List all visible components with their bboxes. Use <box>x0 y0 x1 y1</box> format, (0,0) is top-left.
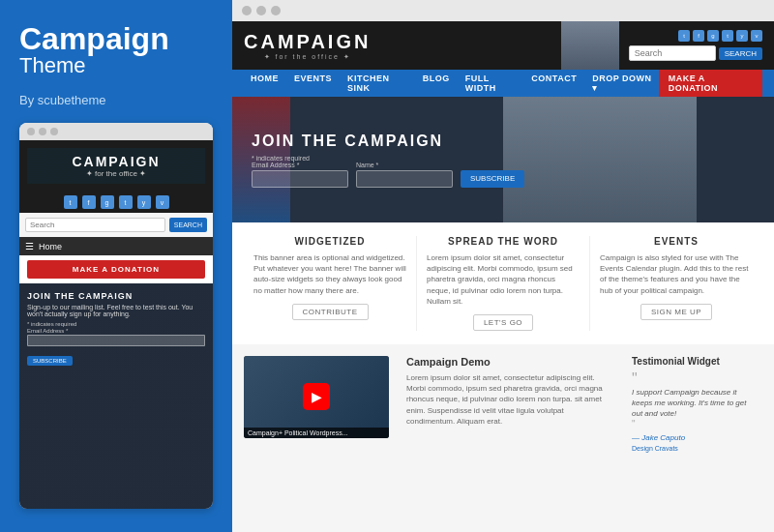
dot-3 <box>50 128 58 135</box>
desktop-logo-text: CAMPAIGN <box>244 31 371 53</box>
hero-form-note: * indicates required <box>252 155 524 162</box>
name-label: Name * <box>356 162 453 168</box>
mobile-email-input[interactable] <box>27 335 205 346</box>
mobile-donate-button[interactable]: MAKE A DONATION <box>27 260 205 279</box>
desktop-donate-button[interactable]: MAKE A DONATION <box>659 69 762 98</box>
hero-title: JOIN THE CAMPAIGN <box>252 133 524 150</box>
google-icon: g <box>101 195 114 209</box>
design-credits: Design Cravats <box>632 445 758 452</box>
feature-widgetized-title: WIDGETIZED <box>253 236 406 247</box>
mobile-logo: CAMPAIGN <box>27 154 205 169</box>
hero-form-row: Email Address * Name * SUBSCRIBE <box>252 162 524 188</box>
name-field-group: Name * <box>356 162 453 188</box>
video-block[interactable]: ▶ Campaign+ Political Wordpress... <box>244 356 389 438</box>
nav-contact[interactable]: CONTACT <box>524 70 583 97</box>
right-panel: CAMPAIGN ✦ for the office ✦ t f g t y v … <box>232 0 774 532</box>
mobile-dots-bar <box>19 123 213 140</box>
mobile-home-link[interactable]: Home <box>39 242 62 251</box>
nav-dropdown[interactable]: DROP DOWN ▾ <box>585 70 659 97</box>
desktop-social-row: t f g t y v <box>678 30 762 42</box>
mobile-header: CAMPAIGN ✦ for the office ✦ <box>19 140 213 192</box>
email-field-group: Email Address * <box>252 162 348 188</box>
mobile-search-input[interactable] <box>25 218 165 232</box>
desktop-logo: CAMPAIGN ✦ for the office ✦ <box>244 31 371 61</box>
desktop-preview: CAMPAIGN ✦ for the office ✦ t f g t y v … <box>232 21 774 532</box>
nav-full-width[interactable]: FULL WIDTH <box>459 70 523 97</box>
dt-youtube-icon: y <box>736 30 748 42</box>
desktop-for-office: ✦ for the office ✦ <box>264 53 351 61</box>
brand-name: Campaign Theme <box>19 23 213 77</box>
feature-spread-text: Lorem ipsum dolor sit amet, consectetur … <box>427 252 580 307</box>
tumblr-icon: t <box>119 195 133 209</box>
desktop-hero: JOIN THE CAMPAIGN * indicates required E… <box>232 97 774 222</box>
campaign-demo: Campaign Demo Lorem ipsum dolor sit amet… <box>399 356 617 520</box>
brand-subtitle: Theme <box>19 54 213 77</box>
sign-me-up-button[interactable]: SIGN ME UP <box>640 304 712 320</box>
dt-twitter-icon: t <box>678 30 690 42</box>
desktop-dots-bar <box>232 0 774 21</box>
desktop-search-row: SEARCH <box>629 45 762 61</box>
mobile-hero-text: Sign-up to our mailing list. Feel free t… <box>27 304 205 317</box>
mobile-preview-card: CAMPAIGN ✦ for the office ✦ t f g t y v … <box>19 123 213 509</box>
quote-close-icon: " <box>632 420 758 429</box>
hamburger-icon[interactable]: ☰ <box>25 241 34 251</box>
testimonial-block: Testimonial Widget " I support Campaign … <box>627 356 762 520</box>
mobile-nav: ☰ Home <box>19 237 213 255</box>
nav-kitchen-sink[interactable]: KITCHEN SINK <box>341 70 414 97</box>
mobile-hero-content: JOIN THE CAMPAIGN Sign-up to our mailing… <box>27 291 205 367</box>
testimonial-author: — Jake Caputo <box>632 433 758 442</box>
hero-subscribe-button[interactable]: SUBSCRIBE <box>461 170 524 188</box>
mobile-email-label: Email Address * <box>27 328 205 334</box>
dot-d3 <box>271 6 281 15</box>
facebook-icon: f <box>82 195 96 209</box>
desktop-search-button[interactable]: SEARCH <box>719 47 762 60</box>
feature-events: EVENTS Campaign is also styled for use w… <box>590 236 762 331</box>
feature-widgetized: WIDGETIZED This banner area is optional … <box>244 236 417 331</box>
youtube-icon: y <box>137 195 151 209</box>
mobile-hero-title: JOIN THE CAMPAIGN <box>27 291 205 301</box>
dot-2 <box>39 128 46 135</box>
brand-title: Campaign <box>19 23 213 54</box>
testimonial-text: I support Campaign because it keeps me w… <box>632 387 758 420</box>
hero-woman <box>503 97 697 222</box>
name-input[interactable] <box>356 170 453 188</box>
contribute-button[interactable]: CONTRIBUTE <box>292 304 369 320</box>
mobile-subscribe-button[interactable]: SUBSCRIBE <box>27 356 73 366</box>
feature-widgetized-text: This banner area is optional and widgeti… <box>253 252 406 296</box>
desktop-search-input[interactable] <box>629 45 716 61</box>
mobile-search-bar: SEARCH <box>19 213 213 237</box>
nav-blog[interactable]: BLOG <box>416 70 457 97</box>
mobile-form-note: * indicates required <box>27 321 205 327</box>
desktop-nav-links: HOME EVENTS KITCHEN SINK BLOG FULL WIDTH… <box>244 70 659 97</box>
nav-events[interactable]: EVENTS <box>287 70 339 97</box>
lets-go-button[interactable]: LET'S GO <box>473 314 533 331</box>
play-button[interactable]: ▶ <box>303 383 330 410</box>
nav-home[interactable]: HOME <box>244 70 285 97</box>
email-label: Email Address * <box>252 162 348 168</box>
dt-facebook-icon: f <box>693 30 704 42</box>
feature-events-title: EVENTS <box>600 236 753 247</box>
email-input[interactable] <box>252 170 348 188</box>
mobile-hero-section: JOIN THE CAMPAIGN Sign-up to our mailing… <box>19 283 213 509</box>
mobile-search-button[interactable]: SEARCH <box>169 218 207 232</box>
features-row: WIDGETIZED This banner area is optional … <box>232 222 774 344</box>
left-panel: Campaign Theme By scubetheme CAMPAIGN ✦ … <box>0 0 232 532</box>
desktop-header-right: t f g t y v SEARCH <box>629 30 762 61</box>
hero-content: JOIN THE CAMPAIGN * indicates required E… <box>252 133 524 188</box>
campaign-demo-text: Lorem ipsum dolor sit amet, consectetur … <box>406 372 610 427</box>
feature-spread: SPREAD THE WORD Lorem ipsum dolor sit am… <box>417 236 590 331</box>
dot-d1 <box>242 6 252 15</box>
desktop-header: CAMPAIGN ✦ for the office ✦ t f g t y v … <box>232 21 774 70</box>
mobile-for-office: ✦ for the office ✦ <box>27 169 205 178</box>
dt-tumblr-icon: t <box>722 30 733 42</box>
dt-google-icon: g <box>707 30 719 42</box>
hero-form: Email Address * Name * SUBSCRIBE <box>252 162 524 188</box>
testimonial-title: Testimonial Widget <box>632 356 758 367</box>
twitter-icon: t <box>64 195 77 209</box>
header-portrait <box>561 21 619 70</box>
mobile-social-bar: t f g t y v <box>19 192 213 213</box>
campaign-demo-title: Campaign Demo <box>406 356 610 368</box>
by-line: By scubetheme <box>19 93 213 107</box>
bottom-row: ▶ Campaign+ Political Wordpress... Campa… <box>232 344 774 532</box>
video-label: Campaign+ Political Wordpress... <box>244 428 389 438</box>
